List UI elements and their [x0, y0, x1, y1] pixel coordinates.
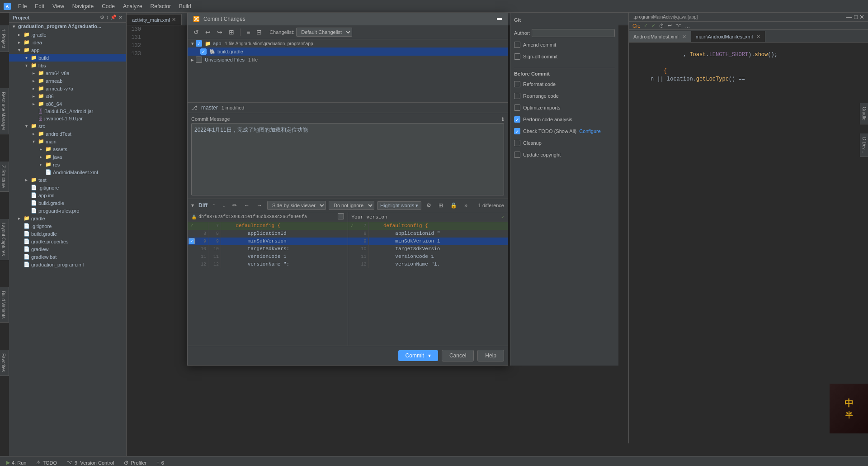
tree-item-baidulbs[interactable]: 🗄 BaiduLBS_Android.jar — [9, 108, 126, 115]
profiler-tool[interactable]: ⏱ Profiler — [119, 459, 151, 466]
tree-item-arm64[interactable]: ▸ 📁 arm64-v8a — [9, 69, 126, 77]
tree-item-gradlew[interactable]: 📄 gradlew — [9, 245, 126, 253]
tree-item-appiml[interactable]: 📄 app.iml — [9, 191, 126, 199]
build-variants-tab[interactable]: Build Variants — [0, 287, 9, 323]
tree-item-armeabi[interactable]: ▸ 📁 armeabi — [9, 77, 126, 85]
gradle-tab[interactable]: Gradle — [860, 103, 868, 124]
menu-item-edit[interactable]: Edit — [31, 2, 48, 10]
diff-settings-btn[interactable]: ⚙ — [424, 201, 434, 210]
menu-item-refactor[interactable]: Refactor — [147, 2, 175, 10]
tab-androidmanifest2[interactable]: main\AndroidManifest.xml ✕ — [691, 31, 766, 42]
commit-dropdown-icon[interactable]: ▾ — [426, 352, 431, 359]
project-root[interactable]: ▾ graduation_program A:\graduatio... — [9, 23, 126, 30]
menu-item-navigate[interactable]: Navigate — [69, 2, 97, 10]
tree-item-armeabi-v7a[interactable]: ▸ 📁 armeabi-v7a — [9, 85, 126, 92]
tree-item-buildgradle-root[interactable]: 📄 build.gradle — [9, 230, 126, 238]
menu-item-view[interactable]: View — [49, 2, 68, 10]
tree-item-src[interactable]: ▾ 📁 src — [9, 122, 126, 130]
check-box-left[interactable] — [338, 213, 344, 219]
tree-item-main[interactable]: ▾ 📁 main — [9, 138, 126, 145]
diff-lock-btn[interactable]: 🔒 — [448, 201, 459, 210]
tree-item-x86-64[interactable]: ▸ 📁 x86_64 — [9, 100, 126, 108]
ignore-mode-select[interactable]: Do not ignore — [329, 201, 374, 210]
tree-item-gradle-root[interactable]: ▸ 📁 gradle — [9, 214, 126, 222]
tree-item-gradlewbat[interactable]: 📄 gradlew.bat — [9, 253, 126, 261]
cleanup-checkbox[interactable] — [514, 140, 520, 146]
cancel-button[interactable]: Cancel — [442, 350, 474, 361]
tree-item-assets[interactable]: ▸ 📁 assets — [9, 145, 126, 153]
highlight-words-btn[interactable]: Highlight words ▾ — [377, 201, 421, 210]
close-btn[interactable]: ✕ — [859, 14, 864, 20]
refresh-button[interactable]: ↺ — [191, 27, 201, 37]
tree-item-javapoet[interactable]: 🗄 javapoet-1.9.0.jar — [9, 115, 126, 122]
tree-item-gitignore-app[interactable]: 📄 .gitignore — [9, 184, 126, 191]
tree-item-gitignore-root[interactable]: 📄 .gitignore — [9, 222, 126, 230]
tree-item-build[interactable]: ▾ 📁 build — [9, 54, 126, 62]
signoff-checkbox[interactable] — [514, 53, 520, 60]
diff-side-btn[interactable]: ⊞ — [436, 201, 445, 210]
redo-button[interactable]: ↪ — [215, 27, 225, 37]
tree-item-androidtest[interactable]: ▸ 📁 androidTest — [9, 130, 126, 138]
diff-down-btn[interactable]: ↓ — [220, 201, 227, 210]
menu-item-analyze[interactable]: Analyze — [119, 2, 146, 10]
version-control-tool[interactable]: ⌥ 9: Version Control — [62, 459, 118, 466]
close-tab1[interactable]: ✕ — [682, 34, 686, 40]
tab-activity-main[interactable]: activity_main.xml ✕ — [127, 14, 182, 25]
reformat-checkbox[interactable] — [514, 81, 520, 87]
project-tab[interactable]: 1: Project — [0, 25, 9, 52]
menu-item-code[interactable]: Code — [98, 2, 118, 10]
checkbox-buildgradle[interactable]: ✓ — [200, 48, 207, 55]
rearrange-checkbox[interactable] — [514, 93, 520, 99]
dialog-close-button[interactable] — [497, 18, 502, 20]
diff-prev-btn[interactable]: ← — [242, 201, 252, 210]
z-structure-tab[interactable]: Z-Structure — [0, 162, 9, 192]
dialog-title-bar[interactable]: 🔀 Commit Changes — [188, 13, 508, 25]
amend-checkbox[interactable] — [514, 42, 520, 48]
expand-button[interactable]: ≡ — [244, 27, 252, 37]
changelist-select[interactable]: Default Changelist — [296, 28, 352, 37]
menu-item-file[interactable]: File — [14, 2, 30, 10]
tree-item-app[interactable]: ▾ 📁 app — [9, 46, 126, 54]
tree-item-x86[interactable]: ▸ 📁 x86 — [9, 92, 126, 100]
perform-analysis-checkbox[interactable]: ✓ — [514, 116, 520, 123]
todo-tool[interactable]: ⚠ TODO — [32, 459, 61, 466]
resource-manager-tab[interactable]: Resource Manager — [0, 88, 9, 134]
undo-button[interactable]: ↩ — [203, 27, 213, 37]
menu-item-build[interactable]: Build — [175, 2, 195, 10]
close-tab2[interactable]: ✕ — [756, 34, 760, 40]
author-input[interactable] — [532, 29, 615, 37]
tree-item-res[interactable]: ▸ 📁 res — [9, 161, 126, 168]
device-tab[interactable]: D Dev... — [860, 133, 868, 157]
diff-row-9-left[interactable]: ✓ 9 9 minSdkVersion — [188, 238, 348, 245]
diff-edit-btn[interactable]: ✏ — [230, 201, 239, 210]
optimize-checkbox[interactable] — [514, 105, 520, 111]
diff-more-btn[interactable]: » — [462, 201, 470, 210]
tree-item-gradle-dir[interactable]: ▸ 📁 .gradle — [9, 31, 126, 38]
collapse-button[interactable]: ⊟ — [254, 27, 264, 37]
project-sync-icon[interactable]: ↕ — [106, 14, 109, 20]
diff-next-btn[interactable]: → — [255, 201, 264, 210]
close-icon[interactable]: ✕ — [172, 17, 176, 23]
extra-tool[interactable]: ≡ 6 — [152, 459, 169, 466]
commit-msg-icon[interactable]: ℹ — [502, 116, 504, 122]
diff-up-btn[interactable]: ↑ — [210, 201, 217, 210]
diff-row-9-right[interactable]: 9 minSdkVersion 1 — [348, 238, 508, 245]
tree-item-idea[interactable]: ▸ 📁 .idea — [9, 38, 126, 46]
configure-link[interactable]: Configure — [579, 128, 601, 134]
restore-btn[interactable]: — — [846, 14, 852, 20]
checkbox-app[interactable]: ✓ — [196, 40, 202, 47]
check-todo-checkbox[interactable]: ✓ — [514, 128, 520, 134]
file-row-buildgradle[interactable]: ✓ 🐘 build.gradle — [188, 48, 508, 56]
tree-item-proguard[interactable]: 📄 proguard-rules.pro — [9, 207, 126, 214]
layout-captures-tab[interactable]: Layout Captures — [0, 219, 9, 260]
tree-item-test[interactable]: ▸ 📁 test — [9, 176, 126, 184]
viewer-mode-select[interactable]: Side-by-side viewer — [267, 201, 326, 210]
checkbox-unversioned[interactable] — [196, 57, 202, 63]
commit-message-input[interactable]: 2022年1月11日，完成了地图的加载和定位功能 — [191, 123, 504, 195]
project-close-icon[interactable]: ✕ — [118, 14, 123, 20]
commit-button[interactable]: Commit ▾ — [398, 350, 438, 361]
project-settings-icon[interactable]: ⚙ — [100, 14, 104, 20]
tree-item-programiml[interactable]: 📄 graduation_program.iml — [9, 261, 126, 268]
tree-item-androidmanifest[interactable]: 📄 AndroidManifest.xml — [9, 168, 126, 176]
tree-item-buildgradle-app[interactable]: 📄 build.gradle — [9, 199, 126, 207]
